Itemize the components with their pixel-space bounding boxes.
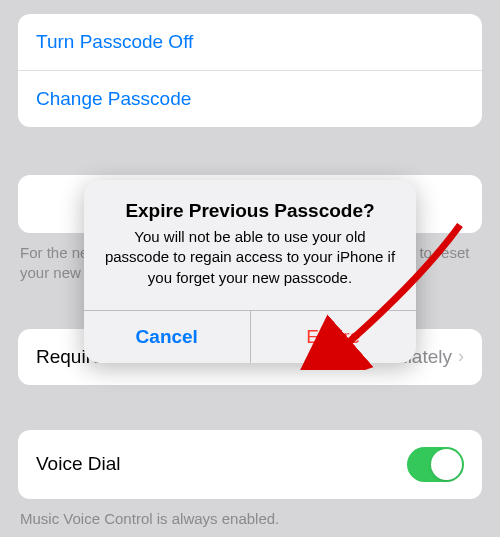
dialog-message: You will not be able to use your old pas… — [102, 227, 398, 288]
expire-passcode-dialog: Expire Previous Passcode? You will not b… — [84, 180, 416, 363]
dialog-title: Expire Previous Passcode? — [102, 200, 398, 222]
dialog-buttons: Cancel Expire — [84, 310, 416, 363]
expire-button[interactable]: Expire — [251, 311, 417, 363]
dialog-overlay: Expire Previous Passcode? You will not b… — [0, 0, 500, 537]
dialog-content: Expire Previous Passcode? You will not b… — [84, 180, 416, 310]
cancel-button[interactable]: Cancel — [84, 311, 251, 363]
